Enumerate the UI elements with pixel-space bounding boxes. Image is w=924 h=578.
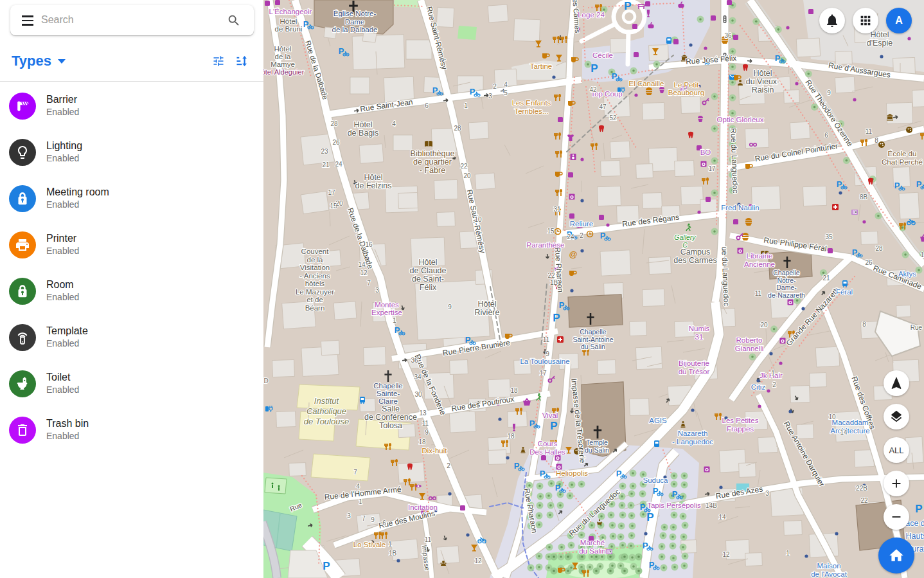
svg-text:Couvent: Couvent <box>301 248 330 255</box>
svg-text:17: 17 <box>328 189 335 196</box>
svg-text:P: P <box>646 511 653 523</box>
svg-text:Expertise: Expertise <box>371 309 402 316</box>
svg-text:Dix-huit: Dix-huit <box>422 447 448 455</box>
svg-text:2: 2 <box>772 381 776 388</box>
svg-text:1: 1 <box>771 370 775 377</box>
svg-text:5: 5 <box>504 89 508 96</box>
svg-text:17: 17 <box>708 165 716 172</box>
svg-text:Hôtel: Hôtel <box>280 17 298 25</box>
svg-text:13: 13 <box>419 410 427 417</box>
svg-text:Architecture: Architecture <box>830 427 869 435</box>
svg-text:Rue: Rue <box>911 324 923 331</box>
svg-text:Hauts-: Hauts- <box>906 532 924 541</box>
svg-text:Hôtel: Hôtel <box>353 120 372 129</box>
svg-text:- Anciens: - Anciens <box>299 272 330 280</box>
svg-text:d'Espie: d'Espie <box>867 39 893 48</box>
svg-text:Roberto: Roberto <box>736 336 763 344</box>
svg-text:6: 6 <box>824 132 828 139</box>
svg-text:de Felzins: de Felzins <box>355 181 392 190</box>
svg-text:8B: 8B <box>860 194 868 201</box>
svg-text:18: 18 <box>418 438 426 446</box>
svg-text:@: @ <box>569 249 578 259</box>
svg-text:Librairie: Librairie <box>747 252 773 260</box>
svg-text:Reliure: Reliure <box>570 220 593 228</box>
svg-text:Numis: Numis <box>689 325 710 332</box>
svg-text:BO: BO <box>700 149 711 156</box>
svg-text:de Saint-: de Saint- <box>412 275 444 284</box>
svg-text:du Vieux-: du Vieux- <box>746 77 780 86</box>
svg-text:Le Petit: Le Petit <box>674 81 700 89</box>
svg-text:L'Échangeoir: L'Échangeoir <box>269 8 312 15</box>
svg-text:P: P <box>915 503 922 515</box>
svg-text:1B: 1B <box>389 550 397 557</box>
svg-text:20: 20 <box>760 321 768 329</box>
svg-text:22B: 22B <box>856 485 867 492</box>
svg-text:11: 11 <box>866 128 873 135</box>
svg-text:Chat Perché: Chat Perché <box>882 158 923 166</box>
svg-text:36: 36 <box>411 357 418 364</box>
svg-text:Des Halles: Des Halles <box>529 448 565 456</box>
svg-text:18: 18 <box>510 387 518 394</box>
svg-text:22: 22 <box>547 272 555 279</box>
svg-text:École du: École du <box>888 150 917 158</box>
svg-text:1: 1 <box>393 317 396 324</box>
svg-text:Heliopolis: Heliopolis <box>556 469 588 477</box>
svg-text:20: 20 <box>463 172 471 179</box>
svg-text:9: 9 <box>425 429 429 436</box>
svg-text:31: 31 <box>553 206 561 213</box>
svg-text:de la: de la <box>275 53 292 60</box>
svg-text:1: 1 <box>786 550 790 557</box>
svg-text:6: 6 <box>425 102 429 109</box>
svg-text:2: 2 <box>580 232 583 239</box>
svg-text:24: 24 <box>567 233 574 240</box>
svg-text:14: 14 <box>718 514 726 521</box>
svg-text:Paranthèse: Paranthèse <box>527 241 565 249</box>
svg-text:47: 47 <box>599 104 607 111</box>
svg-text:34: 34 <box>414 374 422 381</box>
svg-text:de Bagis: de Bagis <box>348 129 379 138</box>
svg-text:28: 28 <box>454 125 461 132</box>
svg-text:Hôtel: Hôtel <box>477 300 496 309</box>
svg-text:14: 14 <box>358 261 366 268</box>
svg-text:11: 11 <box>755 290 762 297</box>
svg-text:Mamye: Mamye <box>271 60 295 68</box>
svg-text:Rivière: Rivière <box>475 308 500 317</box>
svg-text:Béarn: Béarn <box>305 304 325 312</box>
svg-text:AGIS: AGIS <box>649 417 667 424</box>
svg-text:Les Petites: Les Petites <box>722 417 759 424</box>
svg-text:Salle: Salle <box>382 404 400 413</box>
svg-text:15: 15 <box>547 228 555 235</box>
svg-text:3: 3 <box>765 490 769 497</box>
svg-text:11: 11 <box>425 536 432 543</box>
svg-text:P: P <box>323 560 330 572</box>
svg-text:8: 8 <box>875 137 878 144</box>
svg-text:Bijouterie: Bijouterie <box>679 359 709 367</box>
svg-text:11: 11 <box>543 336 550 343</box>
svg-text:20: 20 <box>335 200 343 207</box>
svg-text:14B: 14B <box>706 502 717 509</box>
svg-text:Chapelle: Chapelle <box>773 269 800 276</box>
svg-text:Bibliothèque: Bibliothèque <box>411 149 455 158</box>
svg-text:Suduca: Suduca <box>643 476 668 484</box>
svg-text:Optic Glorieux: Optic Glorieux <box>717 116 764 123</box>
svg-text:21: 21 <box>322 161 330 168</box>
svg-text:Église Notre-: Église Notre- <box>333 10 377 17</box>
svg-text:D: D <box>263 377 268 384</box>
svg-text:Temple: Temple <box>586 438 608 446</box>
svg-text:Cécile: Cécile <box>592 51 613 59</box>
svg-text:Dame-: Dame- <box>776 284 797 291</box>
svg-text:Hôtel: Hôtel <box>274 45 292 53</box>
svg-text:2: 2 <box>493 83 497 90</box>
svg-text:Ancienne: Ancienne <box>744 260 775 268</box>
svg-text:Chapelle: Chapelle <box>373 382 402 390</box>
svg-text:24: 24 <box>335 161 342 168</box>
svg-text:La Toulousaine: La Toulousaine <box>520 357 569 365</box>
svg-text:26: 26 <box>865 259 873 266</box>
svg-text:Incitation: Incitation <box>408 503 438 511</box>
svg-text:Beaubourg: Beaubourg <box>668 89 704 96</box>
svg-text:42: 42 <box>589 86 597 93</box>
svg-text:Sainte-: Sainte- <box>377 390 400 397</box>
svg-text:7: 7 <box>353 469 357 476</box>
svg-text:Macaddam: Macaddam <box>832 419 869 426</box>
svg-text:10: 10 <box>920 251 924 258</box>
